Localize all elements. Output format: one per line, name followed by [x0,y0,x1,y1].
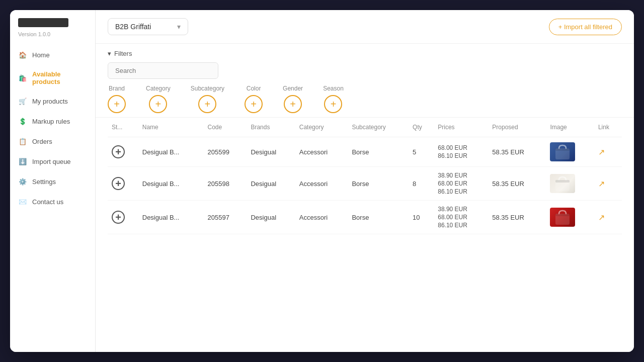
table-row: + Desigual B... 205597 Desigual Accessor… [108,201,622,234]
sidebar-item-home[interactable]: 🏠 Home [10,45,95,64]
store-selector[interactable]: B2B Griffati ▾ [108,18,188,35]
table-row: + Desigual B... 205598 Desigual Accessor… [108,167,622,201]
filter-gender-label: Gender [283,85,303,92]
add-product-button[interactable]: + [112,211,125,224]
filters-toggle[interactable]: ▾ Filters [108,50,622,57]
sidebar-item-label: Contact us [32,198,63,206]
filter-brand: Brand + [108,85,126,113]
external-link-icon[interactable]: ↗ [598,148,605,156]
sidebar-navigation: 🏠 Home 🛍️ Available products 🛒 My produc… [10,45,95,211]
filter-season: Season + [323,85,344,113]
add-gender-filter-button[interactable]: + [284,95,302,113]
cell-subcategory: Borse [348,167,409,201]
cell-qty: 5 [409,137,434,167]
sidebar-item-settings[interactable]: ⚙️ Settings [10,172,95,191]
col-category: Category [295,118,348,137]
cell-category: Accessori [295,167,348,201]
settings-icon: ⚙️ [18,177,27,186]
svg-rect-5 [555,214,570,216]
price-list: 68.00 EUR86.10 EUR [438,144,484,159]
col-proposed: Proposed [488,118,546,137]
price-list: 38.90 EUR68.00 EUR86.10 EUR [438,206,484,229]
sidebar-item-label: My products [32,98,68,105]
filter-gender: Gender + [283,85,303,113]
cell-prices: 68.00 EUR86.10 EUR [434,137,488,167]
chevron-down-icon: ▾ [108,50,111,57]
filter-subcategory: Subcategory + [191,85,224,113]
cell-name: Desigual B... [138,137,204,167]
import-all-filtered-button[interactable]: + Import all filtered [549,19,622,35]
col-status: St... [108,118,138,137]
sidebar-item-label: Settings [32,178,56,186]
add-color-filter-button[interactable]: + [245,95,263,113]
filter-season-label: Season [323,85,344,92]
add-product-button[interactable]: + [112,145,125,158]
filter-color-label: Color [247,85,261,92]
sidebar-item-label: Home [32,51,50,59]
products-table-section: St... Name Code Brands Category Subcateg… [96,118,634,352]
col-subcategory: Subcategory [348,118,409,137]
top-bar: B2B Griffati ▾ + Import all filtered [96,10,634,44]
available-products-icon: 🛍️ [18,73,27,82]
sidebar-item-orders[interactable]: 📋 Orders [10,132,95,151]
sidebar-item-my-products[interactable]: 🛒 My products [10,92,95,111]
cell-brand: Desigual [247,167,295,201]
import-queue-icon: ⬇️ [18,157,27,166]
cell-image [546,167,594,201]
sidebar-item-label: Orders [32,138,52,145]
filter-color: Color + [245,85,263,113]
cell-qty: 8 [409,167,434,201]
cell-brand: Desigual [247,201,295,234]
add-subcategory-filter-button[interactable]: + [198,95,216,113]
app-version: Version 1.0.0 [10,31,95,45]
logo-image [18,18,68,27]
sidebar-item-markup-rules[interactable]: 💲 Markup rules [10,112,95,131]
cell-add: + [108,201,138,234]
products-table: St... Name Code Brands Category Subcateg… [108,118,622,234]
col-qty: Qty [409,118,434,137]
sidebar-item-import-queue[interactable]: ⬇️ Import queue [10,152,95,171]
filter-category-label: Category [146,85,171,92]
sidebar-item-contact-us[interactable]: ✉️ Contact us [10,192,95,211]
col-code: Code [204,118,247,137]
add-season-filter-button[interactable]: + [324,95,342,113]
orders-icon: 📋 [18,137,27,146]
external-link-icon[interactable]: ↗ [598,213,605,222]
col-image: Image [546,118,594,137]
filter-subcategory-label: Subcategory [191,85,224,92]
cell-link: ↗ [594,167,622,201]
sidebar-item-label: Import queue [32,158,71,165]
external-link-icon[interactable]: ↗ [598,179,605,188]
markup-rules-icon: 💲 [18,117,27,126]
filters-label: Filters [114,50,132,57]
add-product-button[interactable]: + [112,177,125,190]
svg-rect-1 [555,148,570,151]
cell-code: 205597 [204,201,247,234]
cell-code: 205599 [204,137,247,167]
filter-brand-label: Brand [109,85,125,92]
cell-prices: 38.90 EUR68.00 EUR86.10 EUR [434,201,488,234]
col-brands: Brands [247,118,295,137]
search-input[interactable] [108,62,218,79]
add-brand-filter-button[interactable]: + [108,95,126,113]
add-category-filter-button[interactable]: + [149,95,167,113]
cell-code: 205598 [204,167,247,201]
col-link: Link [594,118,622,137]
my-products-icon: 🛒 [18,97,27,106]
cell-qty: 10 [409,201,434,234]
cell-subcategory: Borse [348,201,409,234]
filter-category: Category + [146,85,171,113]
cell-add: + [108,167,138,201]
sidebar-item-available-products[interactable]: 🛍️ Available products [10,65,95,90]
cell-add: + [108,137,138,167]
col-prices: Prices [434,118,488,137]
sidebar-logo [10,18,95,30]
cell-category: Accessori [295,201,348,234]
cell-proposed: 58.35 EUR [488,137,546,167]
sidebar: Version 1.0.0 🏠 Home 🛍️ Available produc… [10,10,96,352]
filters-section: ▾ Filters Brand + Category + Subcategory… [96,44,634,118]
cell-category: Accessori [295,137,348,167]
cell-subcategory: Borse [348,137,409,167]
svg-rect-3 [555,180,570,183]
contact-us-icon: ✉️ [18,197,27,206]
